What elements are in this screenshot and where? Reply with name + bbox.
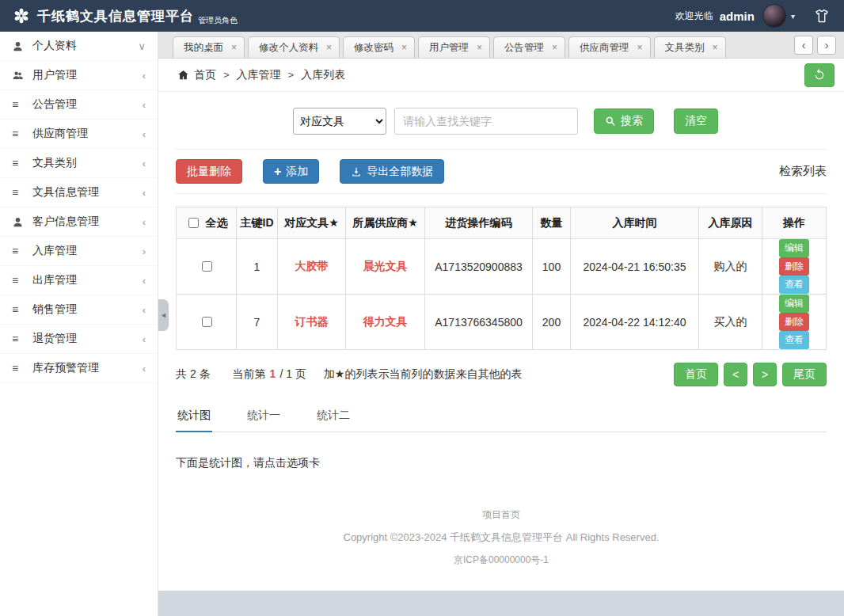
clear-button[interactable]: 清空 [674,108,718,134]
select-all-checkbox[interactable] [188,218,199,228]
footer: 项目首页 Copyright ©2023-2024 千纸鹤文具信息管理平台 Al… [176,470,827,567]
tab-stats-two[interactable]: 统计二 [315,402,352,432]
breadcrumb-inbound[interactable]: 入库管理 [237,68,281,82]
menu-list-icon: ≡ [12,98,32,111]
close-icon[interactable]: × [637,42,643,53]
edit-button[interactable]: 编辑 [779,295,809,313]
icp-text: 京ICP备00000000号-1 [176,553,827,567]
refresh-button[interactable] [804,63,834,87]
cell-reason: 买入的 [699,295,762,350]
prev-page-button[interactable]: < [724,363,747,386]
cell-actions: 编辑 删除 查看 [762,239,827,295]
search-input[interactable] [394,108,578,135]
table-row: 1 大胶带 晨光文具 A1713520900883 100 2024-04-21… [177,239,827,295]
close-icon[interactable]: × [477,42,482,53]
first-page-button[interactable]: 首页 [674,363,718,386]
col-header-time: 入库时间 [571,207,699,239]
menu-list-icon: ≡ [12,245,32,257]
tab-supplier-management[interactable]: 供应商管理 × [568,36,651,58]
batch-delete-button[interactable]: 批量删除 [176,159,242,184]
sidebar-collapse-handle[interactable]: ◄ [158,299,169,331]
table-header-row: 全选 主键ID 对应文具★ 所属供应商★ 进货操作编码 数量 入库时间 入库原因… [177,207,827,239]
sidebar-item-outbound[interactable]: ≡ 出库管理 ‹ [0,266,158,295]
select-all-header: 全选 [177,207,237,239]
view-button[interactable]: 查看 [779,276,809,294]
export-all-button[interactable]: 导出全部数据 [340,159,444,184]
tab-announcement-management[interactable]: 公告管理 × [493,36,565,58]
batch-delete-label: 批量删除 [187,165,231,179]
sidebar-item-users[interactable]: 用户管理 ‹ [0,61,158,90]
sidebar-item-returns[interactable]: ≡ 退货管理 ‹ [0,325,158,354]
user-dropdown-caret-icon[interactable]: ▾ [791,12,795,21]
copyright-text: Copyright ©2023-2024 千纸鹤文具信息管理平台 All Rig… [176,530,827,545]
col-header-reason: 入库原因 [699,207,762,239]
col-header-supplier: 所属供应商★ [346,207,425,239]
header-user-area: 欢迎光临 admin ▾ [675,4,831,28]
close-icon[interactable]: × [401,42,407,53]
search-icon [605,116,616,127]
stats-tabs: 统计图 统计一 统计二 [176,402,827,432]
tab-change-password[interactable]: 修改密码 × [343,36,415,58]
sidebar-item-label: 公告管理 [32,97,77,112]
edit-button[interactable]: 编辑 [779,239,809,257]
close-icon[interactable]: × [326,42,332,53]
avatar[interactable] [762,4,786,28]
sidebar-item-sales[interactable]: ≡ 销售管理 ‹ [0,295,158,325]
close-icon[interactable]: × [231,42,237,53]
tab-stationery-category[interactable]: 文具类别 × [654,36,726,58]
add-button[interactable]: + 添加 [263,159,319,184]
search-button[interactable]: 搜索 [594,108,654,134]
project-home-link[interactable]: 项目首页 [176,508,827,522]
table-row: 7 订书器 得力文具 A1713766345800 200 2024-04-22… [177,295,827,350]
sidebar-item-profile[interactable]: 个人资料 ∨ [0,32,158,61]
row-checkbox[interactable] [202,317,212,327]
tab-label: 我的桌面 [184,41,223,55]
breadcrumb-home[interactable]: 首页 [194,68,216,82]
tab-stats-one[interactable]: 统计一 [245,402,282,432]
sidebar-item-suppliers[interactable]: ≡ 供应商管理 ‹ [0,120,158,149]
cell-actions: 编辑 删除 查看 [762,295,827,350]
view-button[interactable]: 查看 [779,331,809,349]
sidebar-item-stationery-info[interactable]: ≡ 文具信息管理 ‹ [0,178,158,207]
chevron-left-icon: ‹ [143,333,146,345]
breadcrumb: 首页 > 入库管理 > 入库列表 [158,59,844,92]
sidebar-item-customers[interactable]: 客户信息管理 ‹ [0,207,158,237]
breadcrumb-separator: > [288,69,295,81]
tab-label: 修改个人资料 [259,41,318,55]
tab-label: 文具类别 [665,41,705,55]
tab-strip: 我的桌面 × 修改个人资料 × 修改密码 × 用户管理 × 公告管理 × 供应商… [158,32,844,59]
col-header-code: 进货操作编码 [425,207,533,239]
tabs-scroll-next-button[interactable]: › [817,36,836,55]
close-icon[interactable]: × [552,42,557,53]
theme-shirt-icon[interactable] [812,6,831,25]
sidebar-item-label: 库存预警管理 [32,361,99,375]
sidebar-item-inbound[interactable]: ≡ 入库管理 › [0,237,158,266]
clear-button-label: 清空 [685,114,707,128]
cell-item: 大胶带 [278,239,346,295]
next-page-button[interactable]: > [753,363,777,386]
cell-supplier: 晨光文具 [346,239,425,295]
sidebar-item-label: 用户管理 [32,68,77,82]
delete-button[interactable]: 删除 [779,313,809,331]
delete-button[interactable]: 删除 [779,257,809,276]
tabs-scroll-prev-button[interactable]: ‹ [794,36,813,55]
row-checkbox[interactable] [202,261,212,272]
tab-stats-chart[interactable]: 统计图 [176,402,212,432]
cell-time: 2024-04-22 14:12:40 [571,295,699,350]
sidebar-item-stock-warning[interactable]: ≡ 库存预警管理 ‹ [0,354,158,383]
cell-id: 7 [237,295,278,350]
search-button-label: 搜索 [621,114,643,128]
last-page-button[interactable]: 尾页 [782,363,827,386]
current-page-prefix: 当前第 [233,367,266,380]
close-icon[interactable]: × [713,42,718,53]
cell-item: 订书器 [278,295,346,350]
breadcrumb-inbound-list[interactable]: 入库列表 [301,68,345,82]
cell-reason: 购入的 [699,239,762,295]
sidebar-item-categories[interactable]: ≡ 文具类别 ‹ [0,149,158,178]
stationery-select[interactable]: 对应文具 [293,108,386,135]
tab-my-desktop[interactable]: 我的桌面 × [173,36,245,58]
chevron-left-icon: ‹ [143,128,146,140]
sidebar-item-announcements[interactable]: ≡ 公告管理 ‹ [0,90,158,120]
tab-edit-profile[interactable]: 修改个人资料 × [248,36,340,58]
tab-user-management[interactable]: 用户管理 × [418,36,490,58]
